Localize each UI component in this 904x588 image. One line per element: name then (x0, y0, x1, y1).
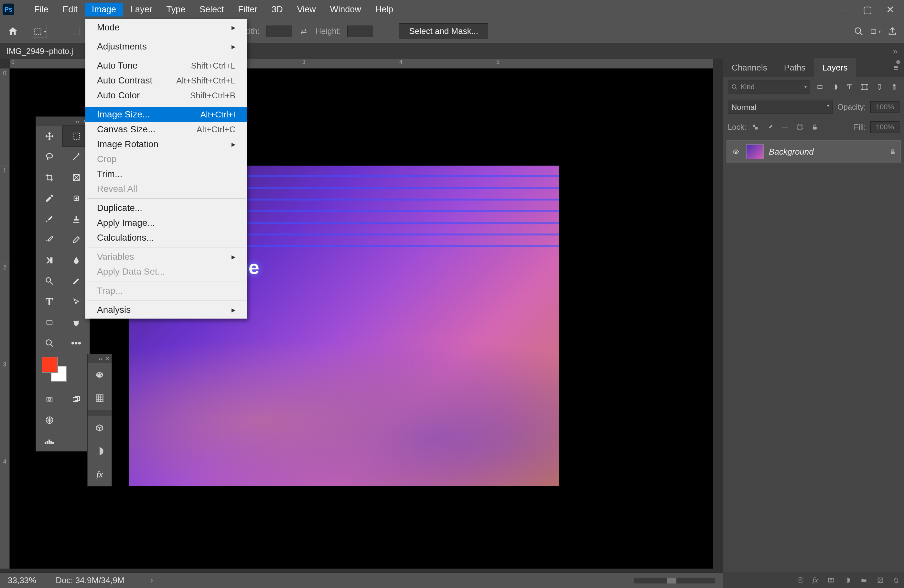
menu-item-adjustments[interactable]: Adjustments (85, 39, 247, 54)
tab-layers[interactable]: Layers (814, 58, 856, 77)
filter-pixel-icon[interactable] (815, 82, 825, 92)
menu-item-apply-image[interactable]: Apply Image... (85, 215, 247, 230)
mini-panel-header[interactable]: ››✕ (88, 354, 112, 363)
color-panel-icon[interactable] (88, 363, 112, 387)
menu-view[interactable]: View (290, 3, 323, 16)
menu-edit[interactable]: Edit (55, 3, 85, 16)
antialias-checkbox[interactable] (73, 28, 80, 35)
home-icon[interactable] (6, 25, 19, 38)
zoom-level[interactable]: 33,33% (8, 575, 36, 585)
filter-type-icon[interactable]: T (844, 82, 855, 92)
lock-artboard-icon[interactable] (795, 123, 804, 132)
height-input[interactable] (347, 25, 373, 37)
document-tab[interactable]: IMG_2949~photo.j (6, 47, 73, 56)
crop-tool[interactable] (36, 167, 63, 188)
adjustment-layer-icon[interactable] (844, 577, 851, 584)
expand-tabs-icon[interactable]: » (893, 46, 904, 56)
marquee-tool-preset[interactable]: ▾ (33, 25, 47, 38)
layer-mask-icon[interactable] (827, 577, 835, 583)
color-swatches[interactable] (36, 354, 90, 389)
close-button[interactable]: ✕ (885, 5, 895, 14)
search-icon[interactable] (853, 26, 864, 36)
history-brush-tool[interactable] (36, 229, 63, 250)
horizontal-scrollbar[interactable] (634, 578, 715, 583)
edit-toolbar[interactable]: ••• (63, 333, 90, 354)
adjustments-panel-icon[interactable] (88, 439, 112, 463)
move-tool[interactable] (36, 126, 63, 147)
layer-style-icon[interactable]: fx (812, 576, 818, 585)
styles-panel-icon[interactable]: fx (88, 463, 112, 486)
lasso-tool[interactable] (36, 147, 63, 167)
menu-item-calculations[interactable]: Calculations... (85, 230, 247, 245)
visibility-icon[interactable] (731, 149, 741, 155)
opacity-value[interactable]: 100% (870, 101, 899, 113)
svg-point-58 (830, 579, 832, 581)
menu-item-image-rotation[interactable]: Image Rotation (85, 137, 247, 152)
maximize-button[interactable]: ▢ (863, 5, 872, 14)
menu-select[interactable]: Select (192, 3, 231, 16)
delete-layer-icon[interactable] (893, 576, 899, 584)
tab-paths[interactable]: Paths (776, 58, 814, 77)
group-icon[interactable] (860, 577, 868, 583)
quick-mask-tool[interactable] (36, 389, 63, 410)
panel-header[interactable]: ‹‹✕ (36, 117, 90, 126)
link-layers-icon[interactable]: ⦾ (797, 576, 803, 585)
menu-file[interactable]: File (27, 3, 55, 16)
menu-item-analysis[interactable]: Analysis (85, 302, 247, 317)
doc-size[interactable]: Doc: 34,9M/34,9M (55, 575, 124, 585)
panel-menu-icon[interactable]: ≡ (888, 63, 904, 73)
lock-transparency-icon[interactable] (751, 123, 760, 132)
filter-adjustment-icon[interactable] (830, 82, 840, 92)
lock-position-icon[interactable] (781, 123, 790, 132)
libraries-panel-icon[interactable] (88, 416, 112, 439)
brush-tool[interactable] (36, 209, 63, 229)
menu-item-auto-tone[interactable]: Auto ToneShift+Ctrl+L (85, 58, 247, 73)
menu-image[interactable]: Image (85, 3, 123, 16)
select-and-mask-button[interactable]: Select and Mask... (399, 23, 488, 39)
screen-mode-tool[interactable] (63, 389, 90, 410)
menu-filter[interactable]: Filter (231, 3, 264, 16)
menu-item-duplicate[interactable]: Duplicate... (85, 201, 247, 215)
eyedropper-tool[interactable] (36, 188, 63, 209)
foreground-color-swatch[interactable] (42, 357, 58, 373)
extra-tool-4[interactable] (63, 430, 90, 451)
extra-tool-1[interactable] (36, 410, 63, 430)
layer-lock-icon[interactable] (890, 148, 896, 156)
fill-value[interactable]: 100% (870, 121, 899, 133)
width-input[interactable] (266, 25, 292, 37)
menu-type[interactable]: Type (160, 3, 193, 16)
rectangle-tool[interactable] (36, 312, 63, 333)
layer-item-background[interactable]: Background (727, 141, 901, 163)
menu-3d[interactable]: 3D (264, 3, 290, 16)
swap-dimensions-icon[interactable]: ⇄ (299, 26, 309, 36)
swatches-panel-icon[interactable] (88, 387, 112, 410)
menu-window[interactable]: Window (323, 3, 368, 16)
filter-toggle[interactable] (889, 82, 899, 92)
menu-item-auto-contrast[interactable]: Auto ContrastAlt+Shift+Ctrl+L (85, 73, 247, 88)
filter-smart-icon[interactable] (874, 82, 885, 92)
status-arrow-icon[interactable]: › (150, 575, 153, 585)
share-icon[interactable] (887, 26, 898, 36)
layer-filter-kind[interactable]: Kind ▾ (728, 81, 810, 93)
minimize-button[interactable]: — (840, 5, 850, 14)
zoom-tool[interactable] (36, 333, 63, 354)
type-tool[interactable]: T (36, 291, 63, 312)
blend-mode-select[interactable]: Normal▾ (728, 101, 833, 114)
filter-shape-icon[interactable] (860, 82, 870, 92)
tab-channels[interactable]: Channels (723, 58, 776, 77)
menu-item-trim[interactable]: Trim... (85, 167, 247, 182)
extra-tool-3[interactable] (36, 430, 63, 451)
new-layer-icon[interactable] (877, 577, 884, 584)
workspace-switcher-icon[interactable]: ▾ (870, 26, 881, 36)
lock-pixels-icon[interactable] (766, 123, 775, 132)
menu-item-mode[interactable]: Mode (85, 20, 247, 35)
gradient-tool[interactable] (36, 250, 63, 271)
menu-item-auto-color[interactable]: Auto ColorShift+Ctrl+B (85, 88, 247, 103)
lock-all-icon[interactable] (810, 123, 819, 132)
menu-layer[interactable]: Layer (123, 3, 160, 16)
extra-tool-2[interactable] (63, 410, 90, 430)
dodge-tool[interactable] (36, 271, 63, 291)
menu-help[interactable]: Help (368, 3, 401, 16)
menu-item-image-size[interactable]: Image Size...Alt+Ctrl+I (85, 107, 247, 122)
menu-item-canvas-size[interactable]: Canvas Size...Alt+Ctrl+C (85, 122, 247, 137)
